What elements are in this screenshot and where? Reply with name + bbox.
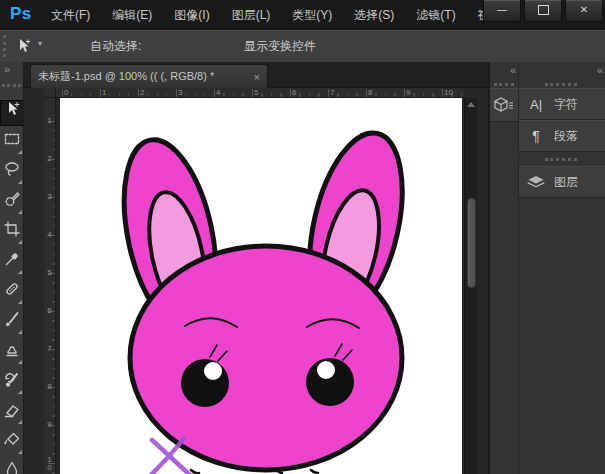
panel-grip[interactable] (494, 83, 514, 86)
ruler-number: 5 (254, 88, 258, 97)
tools-panel: » (0, 62, 24, 474)
scrollbar-thumb[interactable] (467, 198, 476, 288)
vertical-scrollbar[interactable] (464, 98, 477, 474)
minimize-icon: — (497, 4, 507, 15)
history-brush-tool[interactable] (0, 370, 24, 396)
history-brush-tool-icon (3, 370, 21, 388)
document-tab-bar: 未标题-1.psd @ 100% (( (, RGB/8) * × (24, 62, 488, 88)
collapse-panels-icon[interactable]: « (597, 64, 601, 76)
layers-panel-icon (524, 175, 548, 189)
auto-select-label: 自动选择: (90, 30, 141, 62)
toolbar-expand-icon[interactable]: » (4, 63, 8, 75)
ruler-number: 5 (46, 269, 53, 277)
options-bar-grip[interactable] (3, 35, 9, 57)
ruler-number: 3 (178, 88, 182, 97)
rabbit-head (130, 246, 402, 470)
document-tab-title: 未标题-1.psd @ 100% (( (, RGB/8) * (38, 69, 214, 84)
paint-bucket-tool[interactable] (0, 430, 24, 456)
ruler-number: 4 (46, 231, 53, 239)
menu-filter[interactable]: 滤镜(T) (405, 0, 466, 30)
close-icon: ✕ (580, 4, 588, 15)
crop-tool-icon (3, 220, 21, 238)
menu-image[interactable]: 图像(I) (163, 0, 220, 30)
canvas[interactable] (60, 98, 462, 474)
eraser-tool-icon (3, 400, 21, 418)
character-panel-button[interactable]: A| 字符 (519, 88, 605, 120)
ruler-number: 2 (46, 155, 53, 163)
spot-healing-brush-tool[interactable] (0, 280, 24, 306)
paragraph-panel-label: 段落 (554, 128, 578, 145)
clone-stamp-tool-icon (3, 340, 21, 358)
ruler-number: 1 (102, 88, 106, 97)
menu-edit[interactable]: 编辑(E) (101, 0, 163, 30)
ruler-number: 8 (368, 88, 372, 97)
paragraph-panel-button[interactable]: ¶ 段落 (519, 120, 605, 152)
3d-panel-button[interactable] (490, 88, 518, 122)
rabbit-left-eye (181, 359, 229, 407)
blur-tool-icon (3, 460, 21, 474)
lasso-tool-icon (3, 160, 21, 178)
rabbit-left-eye-highlight (204, 362, 222, 380)
lasso-tool[interactable] (0, 160, 24, 186)
quick-selection-tool[interactable] (0, 190, 24, 216)
tool-preset-caret-icon[interactable]: ▾ (38, 39, 42, 48)
panel-grip[interactable] (545, 83, 577, 86)
ruler-number: 6 (46, 307, 53, 315)
collapsed-panel-column: « (490, 62, 519, 474)
rectangular-marquee-tool[interactable] (0, 130, 24, 156)
maximize-button[interactable] (524, 0, 562, 22)
ruler-number: 10 (444, 88, 453, 97)
toolbar-grip[interactable] (2, 84, 21, 87)
rabbit-right-eye-highlight (317, 361, 335, 379)
ruler-corner (44, 88, 56, 98)
tab-close-icon[interactable]: × (248, 71, 260, 83)
ruler-number: 9 (46, 421, 53, 429)
document-tab[interactable]: 未标题-1.psd @ 100% (( (, RGB/8) * × (30, 64, 268, 88)
paragraph-panel-icon: ¶ (524, 128, 548, 144)
tools-list (0, 96, 24, 474)
panel-button-column: « A| 字符 ¶ 段落 图层 (519, 62, 605, 474)
document-area: 未标题-1.psd @ 100% (( (, RGB/8) * × 0 1 2 … (24, 62, 488, 474)
menu-layer[interactable]: 图层(L) (221, 0, 282, 30)
collapse-panels-icon[interactable]: « (510, 64, 514, 76)
layers-panel-button[interactable]: 图层 (519, 166, 605, 198)
move-tool[interactable] (0, 100, 24, 126)
close-button[interactable]: ✕ (565, 0, 603, 22)
minimize-button[interactable]: — (483, 0, 521, 22)
ruler-number: 7 (46, 345, 53, 353)
character-panel-icon: A| (524, 97, 548, 112)
scroll-up-icon[interactable] (467, 102, 475, 107)
workspace: 1 2 3 4 5 6 7 8 9 10 (24, 98, 488, 474)
rectangular-marquee-tool-icon (3, 130, 21, 148)
ruler-number: 9 (406, 88, 410, 97)
crop-tool[interactable] (0, 220, 24, 246)
ruler-number: 2 (140, 88, 144, 97)
spot-healing-brush-tool-icon (3, 280, 21, 298)
ruler-number: 7 (330, 88, 334, 97)
eyedropper-tool[interactable] (0, 250, 24, 276)
blur-tool[interactable] (0, 460, 24, 474)
show-transform-label: 显示变换控件 (244, 30, 316, 62)
menu-select[interactable]: 选择(S) (343, 0, 405, 30)
menu-file[interactable]: 文件(F) (40, 0, 101, 30)
3d-panel-icon (493, 96, 515, 114)
panel-dock: « « A| 字符 ¶ 段落 (488, 62, 605, 474)
menu-type[interactable]: 类型(Y) (281, 0, 343, 30)
photoshop-logo: Ps (10, 4, 32, 24)
rabbit-artwork (60, 98, 462, 474)
title-bar: Ps 文件(F) 编辑(E) 图像(I) 图层(L) 类型(Y) 选择(S) 滤… (0, 0, 605, 31)
maximize-icon (538, 5, 549, 15)
layers-panel-label: 图层 (554, 174, 578, 191)
window-controls: — ✕ (480, 0, 603, 22)
eraser-tool[interactable] (0, 400, 24, 426)
ruler-number: 1 (46, 117, 53, 125)
panel-grip[interactable] (545, 158, 577, 161)
move-tool-preset-icon (14, 37, 32, 55)
quick-selection-tool-icon (3, 190, 21, 208)
brush-tool[interactable] (0, 310, 24, 336)
tool-options-bar: ▾ 自动选择: 组 ▲▼ 显示变换控件 (0, 30, 605, 63)
ruler-number: 3 (46, 193, 53, 201)
ruler-number: 8 (46, 383, 53, 391)
clone-stamp-tool[interactable] (0, 340, 24, 366)
ruler-number: 10 (46, 456, 53, 472)
